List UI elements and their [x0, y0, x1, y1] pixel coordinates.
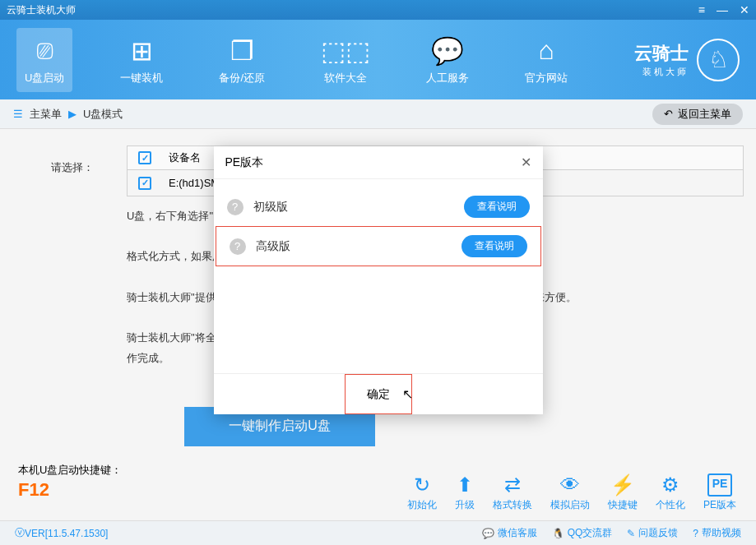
chat-icon: 💬 — [431, 35, 464, 67]
back-arrow-icon: ↶ — [664, 108, 673, 120]
statusbar: ⓥ VER[11.5.47.1530] 💬微信客服 🐧QQ交流群 ✎问题反馈 ?… — [0, 520, 756, 545]
windows-icon: ⊞ — [131, 35, 153, 67]
modal-footer: 确定 ↖ — [214, 373, 543, 414]
nav-backup[interactable]: ❐ 备份/还原 — [211, 28, 273, 92]
qq-group[interactable]: 🐧QQ交流群 — [552, 526, 613, 540]
view-details-button-2[interactable]: 查看说明 — [461, 235, 527, 257]
help-icon: ? — [693, 528, 698, 539]
titlebar-controls: ≡ — ✕ — [698, 3, 749, 16]
nav-usb-boot[interactable]: ⎚ U盘启动 — [16, 28, 72, 92]
back-button[interactable]: ↶ 返回主菜单 — [652, 104, 743, 125]
home-icon: ⌂ — [538, 35, 554, 67]
titlebar: 云骑士装机大师 ≡ — ✕ — [0, 0, 756, 20]
header: ⎚ U盘启动 ⊞ 一键装机 ❐ 备份/还原 ⬚⬚ 软件大全 💬 人工服务 ⌂ 官… — [0, 20, 756, 99]
close-icon[interactable]: ✕ — [740, 3, 749, 16]
wechat-support[interactable]: 💬微信客服 — [482, 526, 537, 540]
usb-icon: ⎚ — [37, 35, 53, 67]
version-icon: ⓥ — [15, 526, 25, 540]
copy-icon: ❐ — [230, 35, 254, 67]
feedback[interactable]: ✎问题反馈 — [627, 526, 678, 540]
menu-icon[interactable]: ≡ — [698, 3, 705, 16]
breadcrumb-main[interactable]: 主菜单 — [30, 107, 62, 122]
nav-software[interactable]: ⬚⬚ 软件大全 — [313, 28, 378, 92]
cursor-icon: ↖ — [402, 386, 413, 402]
chevron-right-icon: ▶ — [68, 108, 77, 120]
nav-service[interactable]: 💬 人工服务 — [418, 28, 477, 92]
version-text[interactable]: VER[11.5.47.1530] — [25, 528, 108, 539]
version-row-basic[interactable]: ? 初级版 查看说明 — [214, 187, 543, 226]
modal-header: PE版本 ✕ — [214, 146, 543, 179]
help-circle-icon: ? — [230, 238, 246, 255]
breadcrumb: ☰ 主菜单 ▶ U盘模式 ↶ 返回主菜单 — [0, 99, 756, 129]
help-circle-icon: ? — [227, 199, 243, 215]
version-row-advanced[interactable]: ? 高级版 查看说明 — [216, 226, 541, 266]
app-title: 云骑士装机大师 — [7, 3, 76, 17]
modal-overlay: PE版本 ✕ ? 初级版 查看说明 ? 高级版 查看说明 确定 ↖ — [0, 128, 756, 520]
minimize-icon[interactable]: — — [717, 3, 728, 16]
qq-icon: 🐧 — [552, 528, 564, 539]
nav-website[interactable]: ⌂ 官方网站 — [517, 28, 576, 92]
breadcrumb-sub: U盘模式 — [83, 107, 123, 122]
view-details-button-1[interactable]: 查看说明 — [464, 196, 530, 218]
menu-list-icon: ☰ — [13, 108, 23, 120]
help-video[interactable]: ?帮助视频 — [693, 526, 741, 540]
confirm-button[interactable]: 确定 ↖ — [345, 374, 412, 414]
pe-version-modal: PE版本 ✕ ? 初级版 查看说明 ? 高级版 查看说明 确定 ↖ — [214, 146, 543, 414]
logo-knight-icon: ♘ — [697, 39, 740, 81]
logo: 云骑士 装机大师 ♘ — [634, 39, 740, 81]
feedback-icon: ✎ — [627, 528, 635, 539]
modal-close-button[interactable]: ✕ — [521, 155, 531, 170]
wechat-icon: 💬 — [482, 528, 494, 539]
grid-icon: ⬚⬚ — [321, 35, 370, 67]
modal-title: PE版本 — [225, 155, 264, 170]
nav-one-click[interactable]: ⊞ 一键装机 — [112, 28, 171, 92]
